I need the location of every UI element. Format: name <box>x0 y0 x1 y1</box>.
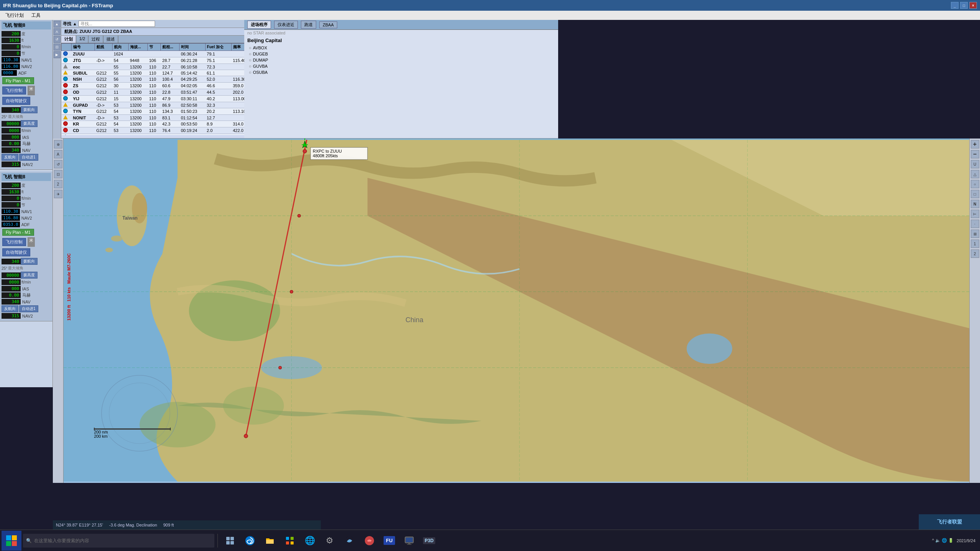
hdg-btn-1[interactable]: 拨航向 <box>21 106 38 113</box>
map-area[interactable]: RXPC to ZUUU 4800ft 205kts 200 nm 200 km… <box>64 139 975 483</box>
map-right-tri[interactable]: △ <box>971 170 979 178</box>
fp-row-9[interactable]: TYN G212 54 13200 110 134.3 01:50:23 20.… <box>62 108 252 115</box>
fp-cell-hdg: 53 <box>112 115 128 121</box>
approach-tab-2[interactable]: 仪表进近 <box>274 21 298 29</box>
rev-hdg-btn-2[interactable]: 反航向 <box>2 305 18 312</box>
map-right-u[interactable]: U <box>971 160 979 168</box>
map-tool-2[interactable]: A <box>54 150 62 158</box>
fp-row-3[interactable]: SUBUL G212 55 13200 110 124.7 05:14:42 6… <box>62 70 252 76</box>
fp-cell-alt: 13200 <box>128 96 147 102</box>
zoom-in-btn[interactable]: + <box>971 140 979 148</box>
fu-btn[interactable]: FU <box>381 532 398 549</box>
map-right-grid[interactable]: ⊞ <box>971 230 979 238</box>
map-tool-3[interactable]: ↺ <box>54 160 62 168</box>
kt-unit-2: 节 <box>21 202 25 208</box>
fp-sidebar-btn-1[interactable]: ▲ <box>54 21 60 28</box>
map-right-circle[interactable]: ○ <box>971 180 979 188</box>
fly-control-icon-1: 米 <box>28 86 35 95</box>
svg-point-35 <box>297 214 301 217</box>
fp-table-container[interactable]: 编号 航线 航向 海拔... 节 航程... 时间 Fuel 加仑 频率 ZUU… <box>61 43 252 135</box>
map-right-dot[interactable]: · <box>971 220 979 228</box>
auto-btn[interactable]: 自动进1 <box>19 154 38 161</box>
minimize-btn[interactable]: _ <box>951 2 959 9</box>
rev-hdg-btn[interactable]: 反航向 <box>2 154 18 161</box>
task-view-btn[interactable] <box>222 532 238 549</box>
search-input[interactable] <box>78 21 155 27</box>
autopilot-btn-1[interactable]: 自动驾驶仪 <box>2 97 30 105</box>
menu-flight-plan[interactable]: 飞行计划 <box>2 11 28 20</box>
monitor-btn[interactable] <box>401 532 418 549</box>
p3d-btn[interactable]: P3D <box>421 532 438 549</box>
fp-row-10[interactable]: NONIT -D-> 53 13200 110 83.1 01:12:54 12… <box>62 115 252 121</box>
file-explorer-btn[interactable] <box>261 532 278 549</box>
alt-btn-1[interactable]: 拨高度 <box>21 120 38 127</box>
map-tool-6[interactable]: ✈ <box>54 190 62 198</box>
search-input-taskbar[interactable] <box>34 538 211 543</box>
autopilot-btn-2[interactable]: 自动驾驶仪 <box>2 248 30 256</box>
store-btn[interactable] <box>281 532 298 549</box>
approach-item-3[interactable]: ○GUVBA <box>244 63 558 69</box>
fp-sidebar-btn-4[interactable]: ⊡ <box>54 44 60 51</box>
fp-row-13[interactable]: bod 91 13200 110 1.8 00:18:35 1.9 <box>62 134 252 135</box>
map-tool-1[interactable]: ⊕ <box>54 140 62 148</box>
fp-row-8[interactable]: GUPAD -D-> 53 13200 110 86.9 02:50:58 32… <box>62 102 252 108</box>
tab-process[interactable]: 过程 <box>88 36 103 43</box>
fp-row-11[interactable]: KR G212 54 13200 110 42.3 00:53:50 8.9 3… <box>62 121 252 127</box>
fp-cell-seg: 110 <box>148 83 161 89</box>
map-right-dash[interactable]: ⊢ <box>971 210 979 218</box>
fly-control-btn-1[interactable]: 飞行控制 <box>2 86 26 95</box>
fp-cell-icon <box>62 51 72 57</box>
window-controls[interactable]: _ □ × <box>951 2 977 9</box>
map-right-n[interactable]: N <box>971 200 979 208</box>
map-right-2[interactable]: 2 <box>971 249 979 258</box>
fp-sidebar-btn-2[interactable]: A <box>54 28 60 35</box>
folder-icon <box>265 535 275 546</box>
fly-plan-btn-1[interactable]: Fly Plan - M1 <box>2 77 34 84</box>
edge-browser-btn[interactable] <box>242 532 258 549</box>
fp-row-7[interactable]: YIJ G212 15 13200 110 47.9 03:30:11 40.2… <box>62 96 252 102</box>
tab-describe[interactable]: 描述 <box>103 36 118 43</box>
approach-tab-3[interactable]: 跑道 <box>301 21 316 29</box>
approach-item-4[interactable]: ○OSUBA <box>244 69 558 75</box>
tab-plan[interactable]: 计划 <box>61 36 76 43</box>
maximize-btn[interactable]: □ <box>960 2 968 9</box>
approach-item-1[interactable]: ○DUGEB <box>244 51 558 57</box>
hdg-btn-2[interactable]: 拨航向 <box>21 258 38 265</box>
ie-btn[interactable]: 🌐 <box>301 532 318 549</box>
map-right-sq[interactable]: □ <box>971 190 979 198</box>
bird-btn[interactable] <box>361 532 378 549</box>
approach-tab-4[interactable]: ZBAA <box>319 21 337 28</box>
fp-cell-name: NONIT <box>72 115 95 121</box>
fp-row-6[interactable]: OD G212 11 13200 110 22.8 03:51:47 44.5 … <box>62 89 252 96</box>
start-button[interactable] <box>2 531 21 551</box>
settings-btn[interactable]: ⚙ <box>321 532 338 549</box>
steam-btn[interactable] <box>341 532 358 549</box>
auto-btn-2[interactable]: 自动进1 <box>19 305 38 312</box>
fp-row-1[interactable]: JTG -D-> 54 9448 106 28.7 06:21:28 75.1 … <box>62 57 252 64</box>
mach-val-2: 0.00 <box>2 292 21 298</box>
fp-sidebar-btn-5[interactable]: ▶ <box>54 51 60 58</box>
coords: N24° 39.87' E119° 27.15' <box>56 523 103 527</box>
fp-row-4[interactable]: NSH G212 56 13200 110 100.4 04:29:25 52.… <box>62 76 252 83</box>
fly-plan-btn-2[interactable]: Fly Plan - M1 <box>2 229 34 236</box>
approach-item-0[interactable]: ○AVBOX <box>244 45 558 51</box>
map-tool-5[interactable]: 2 <box>54 180 62 188</box>
approach-item-2[interactable]: ○DUMAP <box>244 57 558 63</box>
approach-tab-1[interactable]: 进场程序 <box>247 21 271 29</box>
fp-row-2[interactable]: eoc 55 13200 110 22.7 06:10:58 72.3 <box>62 64 252 70</box>
alt-btn-2[interactable]: 拨高度 <box>21 272 38 279</box>
fp-sidebar-btn-3[interactable]: ↺ <box>54 36 60 43</box>
map-right-1[interactable]: 1 <box>971 240 979 248</box>
ap-alt-val-1: 00000 <box>2 121 21 127</box>
fp-row-12[interactable]: CD G212 53 13200 110 76.4 00:19:24 2.0 4… <box>62 127 252 134</box>
tab-12[interactable]: 1/2 <box>76 36 88 43</box>
fp-row-0[interactable]: ZUUU 1624 06:36:24 79.1 <box>62 51 252 57</box>
search-bar[interactable]: 🔍 <box>23 534 214 548</box>
fp-row-5[interactable]: ZS G212 30 13200 110 60.6 04:02:05 46.6 … <box>62 83 252 89</box>
zoom-out-btn[interactable]: − <box>971 150 979 158</box>
col-alt: 海拔... <box>128 44 147 51</box>
fly-control-btn-2[interactable]: 飞行控制 <box>2 238 26 246</box>
map-tool-4[interactable]: ⊡ <box>54 170 62 178</box>
menu-tools[interactable]: 工具 <box>28 11 44 20</box>
close-btn[interactable]: × <box>969 2 977 9</box>
